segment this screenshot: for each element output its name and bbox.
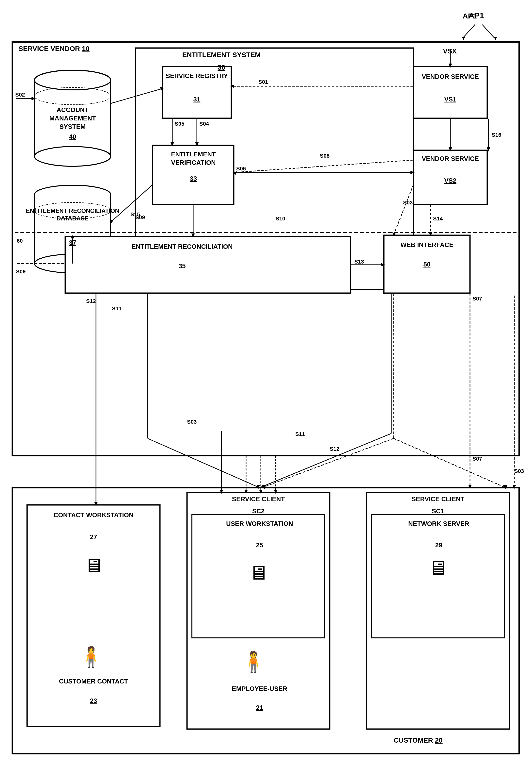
svg-line-59 — [394, 185, 413, 235]
service-vendor-label: SERVICE VENDOR 10 — [18, 45, 90, 53]
s08-signal: S08 — [320, 153, 329, 159]
er-number: 35 — [96, 262, 268, 270]
svg-marker-74 — [262, 485, 266, 489]
svg-marker-37 — [160, 87, 164, 91]
svg-point-12 — [34, 87, 111, 105]
sr-title: SERVICE REGISTRY — [164, 72, 229, 80]
s10-signal: S10 — [276, 216, 285, 222]
s09-signal-left: S09 — [16, 269, 26, 275]
s14-signal: S14 — [433, 216, 443, 222]
diagram-container: AP1 — [0, 0, 532, 766]
svg-marker-55 — [71, 235, 74, 239]
svg-marker-35 — [31, 97, 36, 100]
svg-marker-60 — [392, 232, 395, 237]
svg-marker-82 — [513, 485, 516, 489]
wi-title: WEB INTERFACE — [386, 241, 468, 249]
er-title: ENTITLEMENT RECONCILIATION — [96, 243, 268, 251]
s11-signal-1: S11 — [112, 305, 122, 312]
ns-title: NETWORK SERVER — [374, 520, 504, 528]
sr-number: 31 — [164, 95, 229, 103]
s05-signal: S05 — [175, 121, 184, 127]
s13-signal: S13 — [354, 259, 364, 265]
eu-icon: 🧍 — [229, 650, 278, 673]
svg-marker-39 — [195, 142, 199, 146]
cw-number: 27 — [32, 533, 155, 541]
s11-signal-2: S11 — [295, 431, 305, 437]
vs1-title: VENDOR SERVICE — [415, 73, 485, 81]
s07-signal-1: S07 — [472, 296, 482, 302]
ev-title: ENTITLEMENT VERIFICATION — [155, 150, 232, 167]
cc-icon: 🧍 — [66, 645, 116, 669]
vs2-number: VS2 — [415, 177, 485, 184]
svg-marker-88 — [274, 490, 277, 494]
s01-signal: S01 — [258, 79, 268, 85]
s03-signal-3: S03 — [514, 468, 524, 474]
sc2-number: SC2 — [204, 507, 313, 515]
ns-server-icon: 🖥 — [394, 556, 482, 579]
svg-marker-43 — [230, 84, 234, 88]
svg-line-0 — [463, 25, 475, 38]
ns-number: 29 — [374, 541, 504, 549]
svg-marker-71 — [257, 485, 260, 489]
eu-title: EMPLOYEE-USER — [194, 685, 325, 693]
svg-line-36 — [111, 89, 162, 103]
svg-marker-62 — [381, 263, 385, 267]
es-number: 30 — [172, 63, 271, 71]
svg-marker-3 — [494, 37, 497, 40]
s09-signal-right: S09 — [135, 214, 145, 221]
s12-signal-1: S12 — [86, 298, 96, 304]
svg-marker-68 — [94, 502, 98, 506]
svg-marker-64 — [429, 232, 432, 237]
svg-marker-1 — [462, 37, 465, 40]
s03-signal-1: S03 — [403, 200, 413, 206]
svg-marker-45 — [410, 171, 415, 174]
svg-rect-30 — [367, 493, 509, 729]
svg-marker-80 — [220, 490, 223, 494]
svg-marker-76 — [503, 485, 507, 489]
s06-signal: S06 — [236, 165, 246, 172]
ams-number: 40 — [37, 133, 108, 141]
sc2-title: SERVICE CLIENT — [204, 495, 313, 503]
ams-title: ACCOUNT MANAGEMENT SYSTEM — [37, 106, 108, 131]
cc-number: 23 — [32, 697, 155, 705]
s12-signal-2: S12 — [330, 446, 339, 452]
svg-marker-51 — [487, 147, 490, 151]
svg-line-73 — [263, 438, 394, 487]
svg-rect-5 — [135, 48, 413, 289]
s02-signal: S02 — [15, 92, 25, 98]
eu-number: 21 — [194, 704, 325, 712]
ev-number: 33 — [155, 175, 232, 182]
svg-marker-86 — [259, 490, 263, 494]
svg-marker-49 — [449, 147, 452, 151]
svg-marker-33 — [449, 63, 452, 68]
svg-line-70 — [148, 438, 258, 487]
svg-marker-66 — [468, 485, 472, 489]
uw-monitor-icon: 🖥 — [214, 561, 303, 584]
svg-point-10 — [34, 146, 111, 166]
vs1-number: VS1 — [415, 95, 485, 103]
cc-title: CUSTOMER CONTACT — [32, 677, 155, 686]
customer-label: CUSTOMER 20 — [394, 736, 443, 744]
vsx-label: VSX — [443, 47, 457, 55]
s07-signal-2: S07 — [472, 456, 482, 462]
line60-signal: 60 — [17, 238, 23, 244]
svg-line-75 — [394, 438, 504, 487]
sc1-title: SERVICE CLIENT — [384, 495, 492, 503]
svg-marker-41 — [171, 142, 174, 146]
svg-point-6 — [34, 70, 111, 90]
sc1-number: SC1 — [384, 507, 492, 515]
svg-marker-84 — [244, 490, 248, 494]
svg-line-2 — [482, 25, 495, 38]
es-title: ENTITLEMENT SYSTEM — [172, 50, 271, 59]
svg-marker-58 — [191, 234, 195, 238]
svg-rect-28 — [187, 493, 330, 729]
svg-point-13 — [34, 185, 111, 204]
uw-title: USER WORKSTATION — [194, 520, 325, 528]
erd-title: ENTITLEMENT RECONCILIATION DATABASE — [25, 207, 121, 222]
vs2-title: VENDOR SERVICE — [415, 155, 485, 163]
svg-line-78 — [261, 433, 391, 487]
s04-signal: S04 — [199, 121, 209, 127]
uw-number: 25 — [194, 541, 325, 549]
ap1-label: AP1 — [463, 12, 477, 20]
s16-signal: S16 — [492, 132, 501, 138]
